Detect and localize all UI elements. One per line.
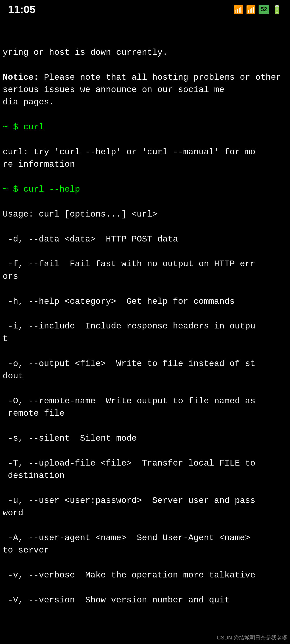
terminal-line: -d, --data <data> HTTP POST data [3,233,285,246]
terminal-line: -V, --version Show version number and qu… [3,594,285,606]
terminal-line: -T, --upload-file <file> Transfer local … [3,457,285,482]
terminal-line: -O, --remote-name Write output to file n… [3,395,285,420]
terminal-line: -s, --silent Silent mode [3,432,285,445]
terminal-line: -v, --verbose Make the operation more ta… [3,569,285,581]
prompt-line: ~ $ curl --help [3,183,285,196]
status-time: 11:05 [8,3,35,16]
terminal-line: curl: try 'curl --help' or 'curl --manua… [3,146,285,171]
terminal-line: -i, --include Include response headers i… [3,320,285,345]
terminal-line: -o, --output <file> Write to file instea… [3,358,285,383]
terminal-line: -u, --user <user:password> Server user a… [3,495,285,519]
terminal-line: -h, --help <category> Get help for comma… [3,295,285,308]
watermark: CSDN @结城明日奈是我老婆 [217,634,287,641]
terminal-line: Usage: curl [options...] <url> [3,208,285,221]
prompt-line: ~ $ curl [3,121,285,133]
notice-bold: Notice: [3,72,39,82]
wifi-icon: 📶 [233,5,243,14]
terminal-line [3,619,285,631]
status-bar: 11:05 📶 📶 52 🔋 [0,0,290,19]
battery-level: 52 [259,5,269,14]
terminal-line: -f, --fail Fail fast with no output on H… [3,258,285,283]
terminal-line: yring or host is down currently. [3,46,285,59]
status-icons: 📶 📶 52 🔋 [233,5,282,14]
battery-icon: 🔋 [272,5,282,14]
signal-icon: 📶 [246,5,256,14]
terminal-line: Notice: Please note that all hosting pro… [3,71,285,109]
terminal-output: yring or host is down currently. Notice:… [0,19,290,644]
terminal-line: -A, --user-agent <name> Send User-Agent … [3,532,285,557]
